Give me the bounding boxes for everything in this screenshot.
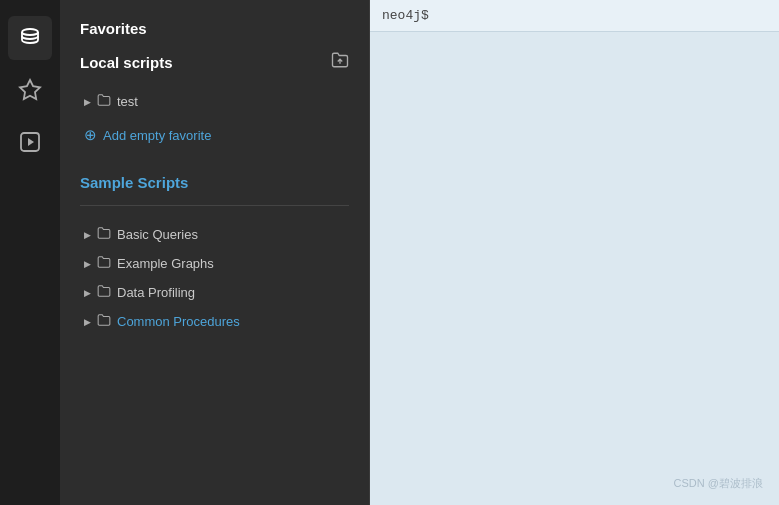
sample-item-data-profiling[interactable]: ▶ Data Profiling [80,278,349,307]
arrow-icon: ▶ [84,230,91,240]
arrow-icon: ▶ [84,97,91,107]
local-script-label: test [117,94,138,109]
arrow-icon: ▶ [84,259,91,269]
sample-item-basic-queries[interactable]: ▶ Basic Queries [80,220,349,249]
local-script-item-test[interactable]: ▶ test [80,87,349,116]
svg-marker-1 [20,80,40,99]
svg-point-0 [22,29,38,35]
watermark: CSDN @碧波排浪 [674,476,763,491]
arrow-icon: ▶ [84,317,91,327]
folder-icon [97,255,111,272]
folder-icon [97,93,111,110]
divider [80,205,349,206]
sidebar-item-play[interactable] [8,120,52,164]
folder-icon [97,284,111,301]
sidebar-item-database[interactable] [8,16,52,60]
sample-item-label: Common Procedures [117,314,240,329]
folder-icon [97,226,111,243]
terminal-bar: neo4j$ [370,0,779,32]
sample-item-label: Data Profiling [117,285,195,300]
terminal-content: CSDN @碧波排浪 [370,32,779,505]
add-favorite-plus-icon: ⊕ [84,126,97,144]
sample-item-label: Basic Queries [117,227,198,242]
sample-item-common-procedures[interactable]: ▶ Common Procedures [80,307,349,336]
sample-scripts-title: Sample Scripts [80,174,349,191]
sample-scripts-section: Sample Scripts ▶ Basic Queries ▶ Example… [80,174,349,336]
terminal-prompt: neo4j$ [382,8,429,23]
main-content: neo4j$ CSDN @碧波排浪 [370,0,779,505]
arrow-icon: ▶ [84,288,91,298]
local-scripts-title: Local scripts [80,54,173,71]
add-favorite-button[interactable]: ⊕ Add empty favorite [80,120,349,150]
icon-sidebar [0,0,60,505]
favorites-title: Favorites [80,20,349,37]
local-scripts-header: Local scripts [80,51,349,73]
svg-marker-3 [28,138,34,146]
sample-item-label: Example Graphs [117,256,214,271]
folder-upload-icon[interactable] [331,51,349,73]
sidebar-item-favorites[interactable] [8,68,52,112]
add-favorite-label: Add empty favorite [103,128,211,143]
scripts-panel: Favorites Local scripts ▶ test ⊕ Add emp… [60,0,370,505]
sample-item-example-graphs[interactable]: ▶ Example Graphs [80,249,349,278]
folder-icon [97,313,111,330]
